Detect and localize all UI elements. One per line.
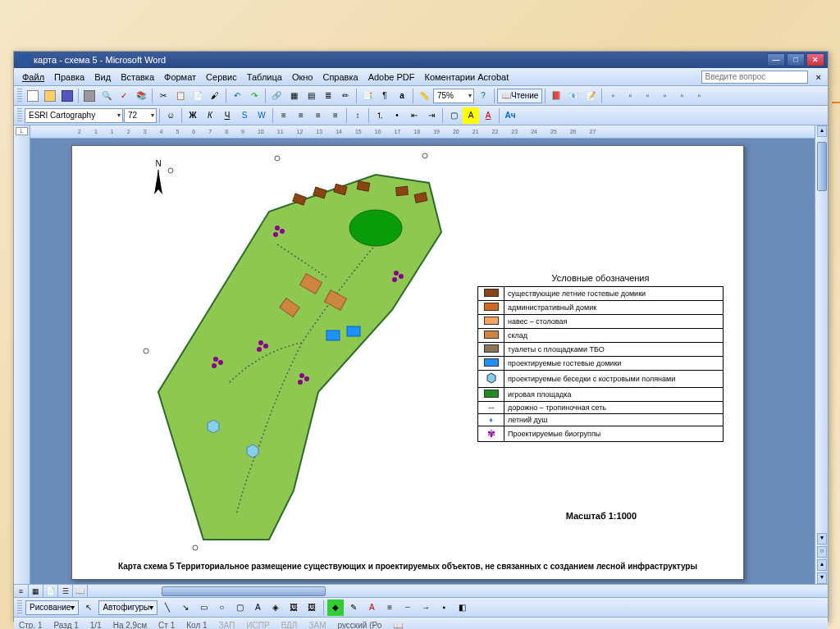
redo-button[interactable]: ↷ [246,88,262,104]
pilcrow-button[interactable]: ¶ [377,88,393,104]
print-button[interactable] [81,88,98,104]
arrow-tool-button[interactable]: ↘ [177,599,194,616]
numbered-list-button[interactable]: ⒈ [372,107,388,124]
menu-acrobat[interactable]: Коментарии Acrobat [420,71,514,84]
shadow-button[interactable]: S [236,107,253,124]
reading-view-button[interactable]: 📖 [73,585,88,598]
misc1-button[interactable]: ▫ [605,88,621,104]
open-button[interactable] [42,88,58,104]
underline-button[interactable]: Ч [219,107,235,124]
doc-map-button[interactable]: 📑 [359,88,376,104]
wordart-button[interactable]: W [253,107,270,124]
decrease-indent-button[interactable]: ⇤ [406,107,422,124]
help-button[interactable]: ? [475,88,491,104]
pdf-review-button[interactable]: 📝 [582,88,599,104]
menu-insert[interactable]: Вставка [116,71,159,84]
bold-button[interactable]: Ж [185,107,201,124]
3d-style-button[interactable]: ◧ [454,599,470,616]
borders-button[interactable]: ▢ [445,107,462,124]
lang-check-button[interactable]: Ач [502,107,518,124]
normal-view-button[interactable]: ≡ [14,585,29,598]
wordart-tool-button[interactable]: A [249,599,266,616]
status-lang[interactable]: русский (Ро [337,621,381,629]
columns-button[interactable]: ≣ [320,88,336,104]
cut-button[interactable]: ✂ [155,88,171,104]
status-rec[interactable]: ЗАП [219,621,235,629]
menu-window[interactable]: Окно [287,71,318,84]
rectangle-tool-button[interactable]: ▭ [195,599,212,616]
zoom-combo[interactable]: 75% [433,89,474,103]
hyperlink-button[interactable]: 🔗 [268,88,285,104]
increase-indent-button[interactable]: ⇥ [423,107,440,124]
horizontal-scrollbar[interactable] [88,585,828,597]
pdf-convert-button[interactable]: 📕 [548,88,564,104]
justify-button[interactable]: ≡ [327,107,344,124]
emoji-button[interactable]: ☺ [162,107,179,124]
maximize-button[interactable]: □ [787,53,805,66]
menu-edit[interactable]: Правка [49,71,89,84]
font-size-combo[interactable]: 72 [124,108,157,123]
menu-help[interactable]: Справка [317,71,363,84]
autoshapes-button[interactable]: Автофигуры ▾ [98,600,158,615]
vertical-scrollbar[interactable]: ▴ ▾ ○ ▴ ▾ [815,125,828,584]
page-viewport[interactable]: N [30,139,815,584]
close-button[interactable]: ✕ [806,53,824,66]
drawing-menu-button[interactable]: Рисование ▾ [25,600,79,615]
menu-service[interactable]: Сервис [201,71,242,84]
clipart-button[interactable]: 🖼 [285,599,302,616]
font-name-combo[interactable]: ESRI Cartography [25,108,123,123]
fill-color-button[interactable]: ◆ [327,599,344,616]
picture-button[interactable]: 🖼 [304,599,320,616]
web-view-button[interactable]: ▦ [29,585,43,598]
table-button[interactable]: ▦ [285,88,302,104]
undo-button[interactable]: ↶ [229,88,245,104]
oval-tool-button[interactable]: ○ [213,599,230,616]
arrow-style-button[interactable]: → [418,599,434,616]
menu-view[interactable]: Вид [89,71,116,84]
dash-style-button[interactable]: ┄ [399,599,416,616]
drawing-toggle-button[interactable]: ✏ [337,88,354,104]
shadow-style-button[interactable]: ▪ [436,599,452,616]
status-ext[interactable]: ВДЛ [281,621,298,629]
misc6-button[interactable]: ▫ [691,88,707,104]
menu-file[interactable]: Файл [17,71,49,84]
excel-button[interactable]: ▤ [303,88,319,104]
print-view-button[interactable]: 📄 [43,585,58,598]
align-right-button[interactable]: ≡ [310,107,326,124]
misc2-button[interactable]: ▫ [622,88,638,104]
align-center-button[interactable]: ≡ [293,107,309,124]
reading-mode-button[interactable]: 📖 Чтение [497,89,542,103]
line-tool-button[interactable]: ╲ [159,599,176,616]
minimize-button[interactable]: — [767,53,785,66]
status-ovr[interactable]: ЗАМ [308,621,326,629]
misc4-button[interactable]: ▫ [656,88,673,104]
font-color-button[interactable]: А [480,107,496,124]
highlight-button[interactable]: А [463,107,479,124]
spellcheck-button[interactable]: ✓ [116,88,132,104]
status-trk[interactable]: ИСПР [246,621,269,629]
pdf-email-button[interactable]: 📧 [565,88,582,104]
menu-table[interactable]: Таблица [242,71,287,84]
line-style-button[interactable]: ≡ [381,599,398,616]
line-spacing-button[interactable]: ↕ [349,107,366,124]
show-all-button[interactable]: a [394,88,410,104]
save-button[interactable] [59,88,75,104]
ask-question-input[interactable] [701,71,808,84]
research-button[interactable]: 📚 [133,88,149,104]
ruler-toggle[interactable]: 📏 [416,88,432,104]
align-left-button[interactable]: ≡ [276,107,292,124]
diagram-button[interactable]: ◈ [267,599,284,616]
line-color-button[interactable]: ✎ [345,599,362,616]
menu-doc-close[interactable]: × [813,72,824,82]
italic-button[interactable]: К [202,107,218,124]
copy-button[interactable]: 📋 [172,88,189,104]
misc5-button[interactable]: ▫ [673,88,690,104]
menu-adobe[interactable]: Adobe PDF [363,71,420,84]
new-doc-button[interactable] [25,88,41,104]
print-preview-button[interactable]: 🔍 [98,88,115,104]
paste-button[interactable]: 📄 [189,88,206,104]
select-objects-button[interactable]: ↖ [80,599,97,616]
misc3-button[interactable]: ▫ [639,88,655,104]
menu-format[interactable]: Формат [159,71,201,84]
textbox-tool-button[interactable]: ▢ [231,599,248,616]
